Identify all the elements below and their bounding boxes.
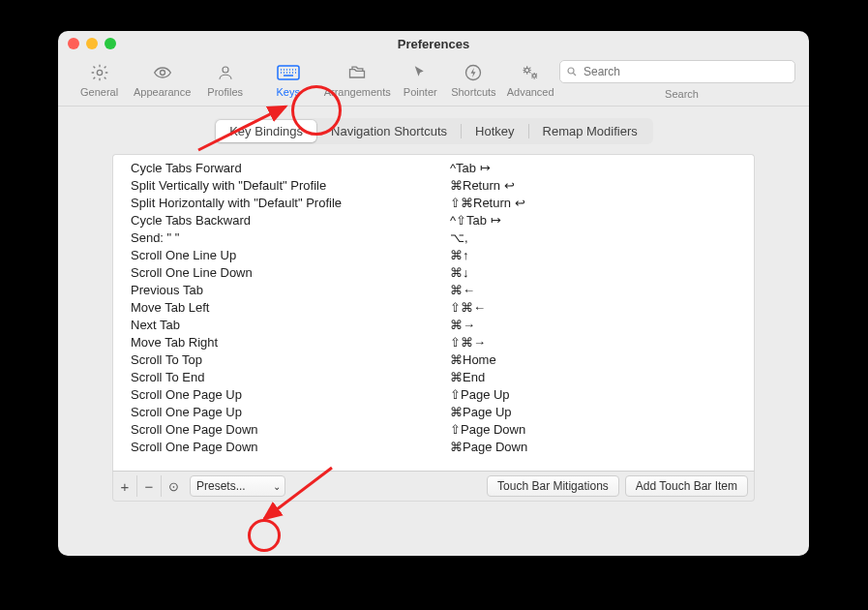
toolbar-pointer[interactable]: Pointer (395, 60, 445, 98)
table-row[interactable]: Move Tab Right⇧⌘→ (113, 334, 754, 351)
close-window-button[interactable] (68, 38, 79, 49)
minimize-window-button[interactable] (86, 38, 98, 49)
toolbar-advanced[interactable]: Advanced (501, 60, 559, 98)
table-row[interactable]: Send: " "⌥, (113, 229, 754, 247)
search-field[interactable] (559, 60, 795, 83)
search-input[interactable] (582, 64, 789, 79)
gear-icon (90, 62, 109, 83)
more-actions-button[interactable]: ⊙ (162, 475, 185, 497)
toolbar: General Appearance Profiles Keys (58, 56, 809, 107)
binding-shortcut: ⇧⌘← (450, 300, 754, 315)
table-row[interactable]: Cycle Tabs Forward^Tab ↦ (113, 155, 754, 177)
table-row[interactable]: Split Vertically with "Default" Profile⌘… (113, 177, 754, 195)
binding-action: Move Tab Left (113, 300, 450, 315)
preferences-window: Preferences General Appearance Profiles (58, 31, 809, 556)
binding-shortcut: ⌘Return ↩ (450, 178, 754, 193)
table-row[interactable]: Scroll One Line Down⌘↓ (113, 264, 754, 282)
table-row[interactable]: Scroll To End⌘End (113, 369, 754, 386)
toolbar-shortcuts[interactable]: Shortcuts (445, 60, 501, 98)
binding-action: Cycle Tabs Backward (113, 213, 450, 228)
svg-point-7 (568, 68, 574, 74)
gears-icon (520, 62, 541, 83)
key-bindings-table[interactable]: Cycle Tabs Forward^Tab ↦Split Vertically… (112, 154, 755, 471)
svg-point-1 (160, 71, 165, 76)
table-row[interactable]: Scroll One Page Down⌘Page Down (113, 439, 754, 456)
add-touch-bar-item-button[interactable]: Add Touch Bar Item (625, 475, 748, 497)
binding-action: Scroll One Page Down (113, 422, 450, 437)
tab-key-bindings[interactable]: Key Bindings (216, 120, 316, 142)
binding-shortcut: ⌘↓ (450, 265, 754, 280)
add-binding-button[interactable]: + (113, 475, 137, 497)
binding-action: Split Horizontally with "Default" Profil… (113, 196, 450, 210)
binding-shortcut: ⌘← (450, 283, 754, 297)
binding-action: Scroll One Line Up (113, 248, 450, 262)
toolbar-label: Keys (277, 86, 300, 98)
zoom-window-button[interactable] (105, 38, 116, 49)
toolbar-label: Shortcuts (451, 86, 495, 98)
binding-shortcut: ⌘Page Down (450, 440, 754, 454)
chevron-down-icon: ⌄ (273, 481, 281, 492)
table-row[interactable]: Scroll One Line Up⌘↑ (113, 247, 754, 264)
search-label: Search (665, 88, 699, 100)
binding-shortcut: ⌘Home (450, 352, 754, 367)
tab-navigation-shortcuts[interactable]: Navigation Shortcuts (317, 120, 461, 142)
binding-action: Cycle Tabs Forward (113, 161, 450, 175)
toolbar-label: Profiles (207, 86, 243, 98)
bottom-bar: + − ⊙ Presets... ⌄ Touch Bar Mitigations… (112, 471, 755, 502)
person-icon (217, 62, 234, 83)
table-row[interactable]: Next Tab⌘→ (113, 317, 754, 334)
toolbar-profiles[interactable]: Profiles (194, 60, 256, 98)
binding-shortcut: ⌥, (450, 230, 754, 245)
touch-bar-mitigations-button[interactable]: Touch Bar Mitigations (487, 475, 619, 497)
toolbar-label: Arrangements (324, 86, 391, 98)
binding-action: Next Tab (113, 318, 450, 332)
binding-action: Previous Tab (113, 283, 450, 297)
toolbar-label: Appearance (134, 86, 191, 98)
toolbar-arrangements[interactable]: Arrangements (319, 60, 395, 98)
toolbar-general[interactable]: General (68, 60, 131, 98)
binding-shortcut: ⌘Page Up (450, 405, 754, 419)
svg-point-0 (97, 70, 102, 75)
tab-remap-modifiers[interactable]: Remap Modifiers (529, 120, 651, 142)
binding-shortcut: ⇧Page Up (450, 387, 754, 402)
binding-action: Scroll To Top (113, 352, 450, 367)
sub-tabs: Key Bindings Navigation Shortcuts Hotkey… (214, 118, 653, 144)
cursor-icon (411, 62, 429, 83)
binding-shortcut: ⌘→ (450, 318, 754, 332)
table-row[interactable]: Scroll One Page Up⇧Page Up (113, 386, 754, 404)
folders-icon (346, 62, 368, 83)
binding-action: Scroll One Line Down (113, 265, 450, 280)
toolbar-keys[interactable]: Keys (256, 60, 319, 98)
binding-shortcut: ⇧⌘Return ↩ (450, 196, 754, 210)
binding-shortcut: ⇧Page Down (450, 422, 754, 437)
toolbar-label: General (80, 86, 118, 98)
table-row[interactable]: Scroll To Top⌘Home (113, 351, 754, 369)
binding-action: Split Vertically with "Default" Profile (113, 178, 450, 193)
table-row[interactable]: Scroll One Page Down⇧Page Down (113, 421, 754, 439)
window-title: Preferences (398, 37, 469, 51)
binding-shortcut: ⇧⌘→ (450, 335, 754, 350)
binding-shortcut: ^Tab ↦ (450, 161, 754, 175)
titlebar: Preferences (58, 31, 809, 56)
table-row[interactable]: Scroll One Page Up⌘Page Up (113, 404, 754, 421)
remove-binding-button[interactable]: − (137, 475, 162, 497)
tab-hotkey[interactable]: Hotkey (462, 120, 527, 142)
svg-point-5 (525, 68, 529, 72)
bolt-circle-icon (464, 62, 483, 83)
table-row[interactable]: Cycle Tabs Backward^⇧Tab ↦ (113, 212, 754, 229)
binding-action: Scroll One Page Up (113, 405, 450, 419)
keyboard-icon (277, 62, 300, 83)
binding-shortcut: ⌘End (450, 370, 754, 384)
binding-shortcut: ⌘↑ (450, 248, 754, 262)
binding-action: Scroll One Page Down (113, 440, 450, 454)
toolbar-appearance[interactable]: Appearance (131, 60, 194, 98)
table-row[interactable]: Move Tab Left⇧⌘← (113, 299, 754, 317)
presets-dropdown[interactable]: Presets... ⌄ (190, 475, 285, 497)
eye-icon (152, 62, 173, 83)
svg-point-2 (223, 67, 228, 73)
binding-action: Scroll To End (113, 370, 450, 384)
binding-action: Send: " " (113, 230, 450, 245)
svg-point-6 (533, 75, 536, 77)
table-row[interactable]: Previous Tab⌘← (113, 282, 754, 299)
table-row[interactable]: Split Horizontally with "Default" Profil… (113, 195, 754, 212)
